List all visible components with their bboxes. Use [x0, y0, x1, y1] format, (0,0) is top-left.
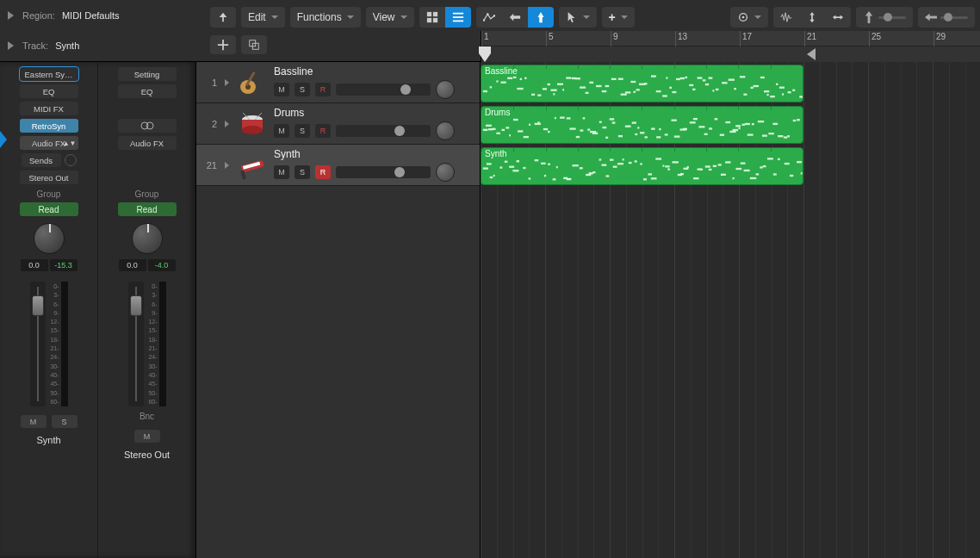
secondary-tool[interactable]: + [602, 7, 635, 28]
arrange-area[interactable]: BasslineDrumsSynth [481, 62, 980, 558]
track-volume-slider[interactable] [336, 84, 431, 96]
track-mute-button[interactable]: M [274, 124, 289, 138]
track-pan-knob[interactable] [436, 121, 455, 140]
timeline-ruler[interactable]: 1591317212529 [481, 31, 980, 62]
group-label[interactable]: Group [135, 189, 159, 199]
grid-view-button[interactable] [419, 7, 445, 28]
svg-rect-137 [637, 127, 639, 128]
flex-button[interactable] [502, 7, 528, 28]
svg-rect-182 [523, 167, 525, 169]
audiofx-slot[interactable]: Audio FX▲▼ [20, 136, 78, 150]
mute-button[interactable]: M [134, 430, 160, 443]
svg-rect-215 [672, 161, 678, 163]
mute-button[interactable]: M [21, 415, 47, 428]
solo-button[interactable]: S [52, 415, 78, 428]
volume-fader[interactable] [30, 282, 46, 406]
track-record-button[interactable]: R [315, 124, 331, 138]
horizontal-zoom-slider[interactable] [918, 7, 975, 28]
functions-menu[interactable]: Functions [290, 7, 361, 28]
track-mute-button[interactable]: M [274, 165, 289, 179]
svg-rect-51 [572, 78, 576, 79]
track-record-button[interactable]: R [315, 165, 331, 179]
svg-rect-56 [596, 85, 601, 87]
svg-rect-58 [605, 85, 610, 87]
svg-rect-151 [704, 133, 708, 135]
track-name: Synth [274, 148, 474, 160]
edit-menu[interactable]: Edit [241, 7, 285, 28]
svg-rect-55 [589, 82, 593, 84]
sends-slot[interactable]: Sends [22, 153, 61, 167]
horizontal-auto-button[interactable] [825, 7, 851, 28]
track-mute-button[interactable]: M [274, 83, 289, 96]
duplicate-track-button[interactable] [241, 35, 267, 54]
eq-slot[interactable]: EQ [20, 84, 78, 98]
track-record-button[interactable]: R [315, 83, 331, 96]
track-header-bassline[interactable]: 1BasslineMSR [196, 62, 480, 103]
setting-slot[interactable]: Eastern Sy… [20, 67, 78, 81]
pan-knob[interactable] [132, 223, 163, 254]
track-header-synth[interactable]: 21SynthMSR [196, 145, 480, 186]
group-label[interactable]: Group [37, 189, 61, 199]
svg-rect-229 [732, 177, 734, 179]
svg-rect-200 [605, 175, 609, 177]
automation-button[interactable] [476, 7, 502, 28]
track-solo-button[interactable]: S [295, 165, 310, 179]
track-pan-knob[interactable] [436, 80, 455, 99]
list-view-button[interactable] [445, 7, 471, 28]
svg-rect-207 [640, 163, 642, 164]
svg-rect-139 [645, 136, 648, 138]
svg-rect-179 [509, 166, 514, 168]
svg-rect-155 [725, 121, 730, 123]
cycle-end-marker[interactable] [807, 48, 816, 60]
snap-menu[interactable] [730, 7, 768, 28]
send-knob[interactable] [65, 154, 77, 166]
svg-rect-112 [524, 136, 529, 138]
instrument-slot[interactable]: RetroSyn [20, 119, 78, 133]
setting-slot[interactable]: Setting [118, 67, 177, 81]
track-expand-icon[interactable] [222, 162, 231, 169]
track-expand-icon[interactable] [222, 121, 231, 127]
track-number: 1 [202, 78, 217, 88]
output-slot[interactable]: Stereo Out [20, 170, 78, 184]
region-drums[interactable]: Drums [481, 106, 803, 144]
svg-rect-130 [605, 137, 608, 139]
svg-rect-193 [572, 164, 578, 166]
vertical-zoom-slider[interactable] [856, 7, 913, 28]
view-menu[interactable]: View [366, 7, 414, 28]
track-solo-button[interactable]: S [295, 124, 310, 138]
eq-slot[interactable]: EQ [118, 84, 177, 98]
volume-fader[interactable] [128, 282, 144, 406]
audiofx-slot[interactable]: Audio FX [118, 136, 177, 150]
svg-rect-168 [778, 135, 783, 137]
midifx-slot[interactable]: MIDI FX [20, 102, 78, 115]
up-arrow-button[interactable] [210, 7, 236, 28]
stereo-icon-slot[interactable] [118, 119, 177, 133]
track-expand-icon[interactable] [222, 79, 231, 86]
svg-rect-127 [592, 133, 598, 134]
region-synth[interactable]: Synth [481, 147, 803, 185]
pan-knob[interactable] [34, 223, 65, 254]
track-disclose-icon[interactable] [5, 40, 16, 51]
svg-rect-224 [709, 169, 712, 170]
pointer-tool[interactable] [559, 7, 597, 28]
track-solo-button[interactable]: S [295, 83, 310, 96]
track-pan-knob[interactable] [436, 163, 455, 182]
catch-button[interactable] [528, 7, 554, 28]
vertical-zoom-button[interactable] [799, 7, 825, 28]
track-volume-slider[interactable] [336, 125, 431, 137]
region-disclose-icon[interactable] [5, 10, 16, 21]
automation-mode[interactable]: Read [118, 202, 177, 216]
add-track-button[interactable] [210, 35, 236, 54]
svg-rect-101 [799, 96, 803, 97]
ruler-bar-25: 25 [869, 31, 881, 46]
region-label: Synth [485, 149, 507, 158]
playhead-icon[interactable] [479, 46, 491, 62]
bounce-label[interactable]: Bnc [140, 412, 154, 421]
automation-mode[interactable]: Read [20, 202, 78, 216]
waveform-zoom-button[interactable] [773, 7, 799, 28]
region-bassline[interactable]: Bassline [481, 65, 803, 102]
track-volume-slider[interactable] [336, 166, 431, 178]
svg-rect-6 [452, 13, 462, 15]
svg-rect-203 [617, 163, 623, 164]
track-header-drums[interactable]: 2DrumsMSR [196, 103, 480, 145]
